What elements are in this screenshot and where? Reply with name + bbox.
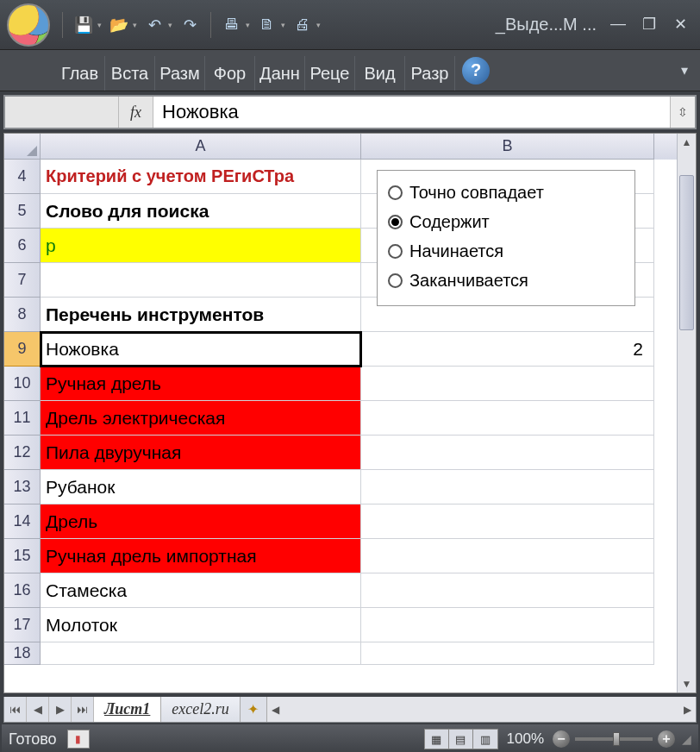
cell-b[interactable] <box>361 401 654 436</box>
cell-b[interactable] <box>361 642 654 665</box>
row-header[interactable]: 4 <box>4 160 41 194</box>
tab-insert[interactable]: Вста <box>105 56 155 91</box>
cell-a[interactable] <box>41 263 361 298</box>
zoom-track[interactable] <box>575 737 653 741</box>
horizontal-scrollbar[interactable]: ◀ ▶ <box>266 697 696 722</box>
qat-dropdown-icon[interactable]: ▾ <box>168 21 172 29</box>
tab-home[interactable]: Глав <box>55 56 105 91</box>
cell-a[interactable]: Ножовка <box>41 332 361 367</box>
resize-grip-icon[interactable]: ◢ <box>682 732 691 746</box>
cell-b[interactable] <box>361 539 654 573</box>
cell-b[interactable] <box>361 504 654 539</box>
row-header[interactable]: 9 <box>4 332 41 367</box>
view-pagelayout-icon[interactable]: ▤ <box>449 730 473 749</box>
scroll-down-icon[interactable]: ▼ <box>678 675 696 692</box>
vertical-scrollbar[interactable]: ▲ ▼ <box>677 134 696 692</box>
qat-dropdown-icon[interactable]: ▾ <box>316 21 321 29</box>
cell-a[interactable]: Критерий с учетом РЕгиСТра <box>41 160 361 194</box>
cell-a[interactable]: Ручная дрель <box>41 367 361 401</box>
scroll-left-icon[interactable]: ◀ <box>267 697 284 722</box>
help-button[interactable]: ? <box>462 57 490 85</box>
radio-contains[interactable]: Содержит <box>388 207 624 236</box>
quickprint-icon[interactable]: 🖶 <box>220 13 244 37</box>
qat-dropdown-icon[interactable]: ▾ <box>97 21 102 29</box>
row-header[interactable]: 7 <box>4 263 41 298</box>
sheet-prev-icon[interactable]: ◀ <box>27 697 49 722</box>
scroll-right-icon[interactable]: ▶ <box>678 697 696 722</box>
undo-icon[interactable]: ↶ <box>142 13 166 37</box>
fx-button[interactable]: fx <box>119 97 153 128</box>
scroll-thumb[interactable] <box>679 175 694 330</box>
cell-b[interactable] <box>361 367 654 401</box>
zoom-thumb[interactable] <box>613 732 620 746</box>
row-header[interactable]: 16 <box>4 573 41 608</box>
cell-b[interactable] <box>361 470 654 504</box>
formula-input[interactable]: Ножовка <box>153 97 671 128</box>
select-all-corner[interactable] <box>4 134 41 160</box>
qat-dropdown-icon[interactable]: ▾ <box>281 21 285 29</box>
close-button[interactable]: ✕ <box>667 15 693 35</box>
radio-exact[interactable]: Точно совпадает <box>388 178 624 207</box>
formula-bar-expand-icon[interactable]: ⇳ <box>671 97 695 128</box>
row-header[interactable]: 11 <box>4 401 41 436</box>
row-header[interactable]: 10 <box>4 367 41 401</box>
save-icon[interactable]: 💾 <box>72 13 96 37</box>
cell-a[interactable]: Молоток <box>41 608 361 642</box>
tab-pagelayout[interactable]: Разм <box>155 56 205 91</box>
radio-ends[interactable]: Заканчивается <box>388 266 624 295</box>
tab-view[interactable]: Вид <box>355 56 405 91</box>
cell-a[interactable]: р <box>41 229 361 263</box>
column-header-a[interactable]: A <box>41 134 361 160</box>
cell-a[interactable]: Пила двуручная <box>41 436 361 470</box>
cell-a[interactable]: Слово для поиска <box>41 194 361 229</box>
sheet-first-icon[interactable]: ⏮ <box>4 697 27 722</box>
cell-b[interactable] <box>361 608 654 642</box>
row-header[interactable]: 15 <box>4 539 41 573</box>
row-header[interactable]: 8 <box>4 298 41 332</box>
view-normal-icon[interactable]: ▦ <box>425 730 449 749</box>
tab-data[interactable]: Данн <box>255 56 305 91</box>
row-header[interactable]: 14 <box>4 504 41 539</box>
cell-a[interactable] <box>41 642 361 665</box>
sheet-tab-list1[interactable]: Лист1 <box>94 697 161 722</box>
row-header[interactable]: 12 <box>4 436 41 470</box>
tab-review[interactable]: Реце <box>305 56 355 91</box>
cell-a[interactable]: Ручная дрель импортная <box>41 539 361 573</box>
qat-dropdown-icon[interactable]: ▾ <box>246 21 250 29</box>
restore-button[interactable]: ❐ <box>636 15 662 35</box>
name-box[interactable] <box>5 97 119 128</box>
cell-a[interactable]: Дрель электрическая <box>41 401 361 436</box>
tab-developer[interactable]: Разр <box>405 56 455 91</box>
cell-b[interactable]: 2 <box>361 332 654 367</box>
sheet-next-icon[interactable]: ▶ <box>49 697 72 722</box>
zoom-out-button[interactable]: − <box>553 730 570 748</box>
scroll-up-icon[interactable]: ▲ <box>678 134 696 151</box>
ribbon-minimize-icon[interactable]: ▾ <box>674 60 695 81</box>
redo-icon[interactable]: ↷ <box>178 13 202 37</box>
zoom-in-button[interactable]: + <box>658 730 675 748</box>
row-header[interactable]: 13 <box>4 470 41 504</box>
sheet-tab-excel2[interactable]: excel2.ru <box>161 697 240 722</box>
open-icon[interactable]: 📂 <box>107 13 131 37</box>
cell-a[interactable]: Стамеска <box>41 573 361 608</box>
macro-record-icon[interactable]: ▮ <box>67 730 90 749</box>
print-icon[interactable]: 🖨 <box>291 13 315 37</box>
cell-a[interactable]: Дрель <box>41 504 361 539</box>
row-header[interactable]: 5 <box>4 194 41 229</box>
column-header-b[interactable]: B <box>361 134 654 160</box>
cell-a[interactable]: Перечень инструментов <box>41 298 361 332</box>
sheet-last-icon[interactable]: ⏭ <box>72 697 94 722</box>
insert-sheet-icon[interactable]: ✦ <box>241 697 266 722</box>
view-pagebreak-icon[interactable]: ▥ <box>473 730 497 749</box>
row-header[interactable]: 18 <box>4 642 41 665</box>
zoom-percent[interactable]: 100% <box>507 730 544 748</box>
radio-starts[interactable]: Начинается <box>388 236 624 266</box>
cell-b[interactable] <box>361 436 654 470</box>
row-header[interactable]: 6 <box>4 229 41 263</box>
preview-icon[interactable]: 🗎 <box>255 13 279 37</box>
minimize-button[interactable]: — <box>605 15 631 35</box>
office-button[interactable] <box>7 3 50 47</box>
cell-a[interactable]: Рубанок <box>41 470 361 504</box>
cell-b[interactable] <box>361 573 654 608</box>
qat-dropdown-icon[interactable]: ▾ <box>133 21 137 29</box>
